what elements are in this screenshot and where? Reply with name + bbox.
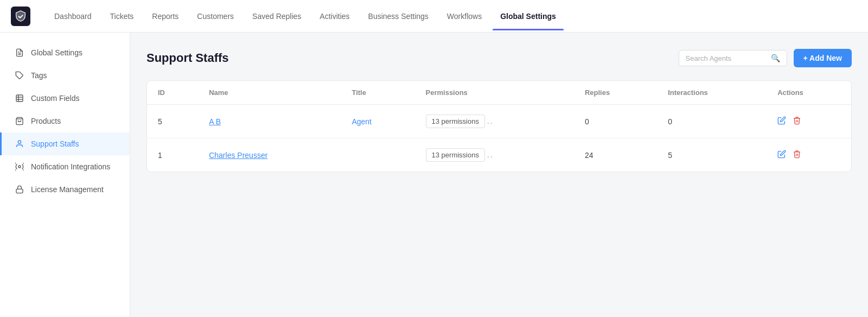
table-header: ID Name Title Permissions Replies Intera… (147, 81, 851, 105)
row2-edit-button[interactable] (777, 150, 786, 161)
nav-global-settings[interactable]: Global Settings (493, 8, 564, 25)
nav-dashboard[interactable]: Dashboard (47, 8, 99, 25)
col-interactions: Interactions (657, 81, 767, 105)
row2-name-link[interactable]: Charles Preusser (209, 151, 267, 160)
main-header: Support Staffs 🔍 + Add New (146, 49, 852, 67)
main-content: Support Staffs 🔍 + Add New ID Name Title… (130, 33, 868, 317)
col-actions: Actions (767, 81, 851, 105)
sidebar-item-tags-label: Tags (31, 71, 47, 80)
row2-replies: 24 (574, 138, 657, 172)
bell-icon (15, 162, 24, 172)
row1-title-value: Agent (352, 117, 372, 126)
sidebar-item-notification-integrations[interactable]: Notification Integrations (0, 155, 130, 178)
nav-customers[interactable]: Customers (189, 8, 241, 25)
col-name: Name (198, 81, 341, 105)
page-title: Support Staffs (146, 51, 229, 65)
sidebar: Global Settings Tags Custom Fields (0, 33, 130, 317)
col-permissions: Permissions (415, 81, 574, 105)
table-row: 1 Charles Preusser 13 permissions .. (147, 138, 851, 172)
table-body: 5 A B Agent 13 permissions .. (147, 105, 851, 172)
sidebar-item-notification-integrations-label: Notification Integrations (31, 162, 110, 171)
sidebar-item-products-label: Products (31, 117, 61, 125)
row2-actions (767, 138, 851, 172)
row1-actions (767, 105, 851, 138)
header-right: 🔍 + Add New (679, 49, 852, 67)
svg-point-8 (18, 141, 21, 143)
table-row: 5 A B Agent 13 permissions .. (147, 105, 851, 138)
row1-permissions-badge[interactable]: 13 permissions (426, 115, 485, 128)
lock-icon (15, 185, 24, 194)
sidebar-item-products[interactable]: Products (0, 110, 130, 132)
svg-rect-3 (16, 95, 23, 102)
person-icon (15, 139, 24, 149)
nav-reports[interactable]: Reports (144, 8, 186, 25)
sidebar-item-license-management-label: License Management (31, 185, 104, 194)
row1-name-link[interactable]: A B (209, 117, 221, 126)
sidebar-item-support-staffs-label: Support Staffs (31, 140, 79, 148)
row2-dots: .. (487, 150, 494, 159)
file-icon (15, 48, 24, 58)
table-icon (15, 93, 24, 103)
row2-actions-cell (777, 150, 840, 161)
sidebar-item-custom-fields[interactable]: Custom Fields (0, 87, 130, 110)
row1-dots: .. (487, 117, 494, 125)
nav-items: Dashboard Tickets Reports Customers Save… (47, 8, 857, 25)
logo-icon (15, 10, 27, 22)
sidebar-item-support-staffs[interactable]: Support Staffs (0, 132, 130, 155)
layout: Global Settings Tags Custom Fields (0, 33, 868, 317)
staff-table-container: ID Name Title Permissions Replies Intera… (146, 80, 852, 172)
top-navigation: Dashboard Tickets Reports Customers Save… (0, 0, 868, 33)
sidebar-item-tags[interactable]: Tags (0, 64, 130, 87)
row2-interactions: 5 (657, 138, 767, 172)
nav-activities[interactable]: Activities (312, 8, 357, 25)
tag-icon (15, 71, 24, 80)
row2-id: 1 (147, 138, 198, 172)
row1-delete-button[interactable] (793, 116, 801, 127)
col-title: Title (341, 81, 414, 105)
add-new-button[interactable]: + Add New (794, 49, 852, 67)
search-input[interactable] (686, 54, 767, 62)
nav-business-settings[interactable]: Business Settings (361, 8, 436, 25)
sidebar-item-global-settings[interactable]: Global Settings (0, 41, 130, 64)
bag-icon (15, 116, 24, 126)
col-replies: Replies (574, 81, 657, 105)
row2-permissions-text: 13 permissions (432, 151, 479, 159)
row2-name: Charles Preusser (198, 138, 341, 172)
search-icon: 🔍 (771, 54, 780, 62)
row2-permissions: 13 permissions .. (415, 138, 574, 172)
row1-id: 5 (147, 105, 198, 138)
row1-actions-cell (777, 116, 840, 127)
row1-name: A B (198, 105, 341, 138)
nav-workflows[interactable]: Workflows (439, 8, 489, 25)
row1-edit-button[interactable] (777, 116, 786, 127)
row1-title: Agent (341, 105, 414, 138)
sidebar-item-custom-fields-label: Custom Fields (31, 94, 79, 103)
row1-permissions-text: 13 permissions (432, 117, 479, 125)
sidebar-item-global-settings-label: Global Settings (31, 48, 82, 57)
row2-permissions-badge[interactable]: 13 permissions (426, 148, 485, 162)
row2-title (341, 138, 414, 172)
row1-replies: 0 (574, 105, 657, 138)
search-box[interactable]: 🔍 (679, 50, 787, 66)
row1-interactions: 0 (657, 105, 767, 138)
nav-saved-replies[interactable]: Saved Replies (245, 8, 309, 25)
svg-point-9 (18, 166, 21, 168)
sidebar-item-license-management[interactable]: License Management (0, 178, 130, 201)
row1-permissions: 13 permissions .. (415, 105, 574, 138)
row2-delete-button[interactable] (793, 150, 801, 161)
svg-rect-10 (16, 189, 23, 193)
app-logo[interactable] (11, 7, 30, 26)
staff-table: ID Name Title Permissions Replies Intera… (147, 81, 851, 172)
col-id: ID (147, 81, 198, 105)
nav-tickets[interactable]: Tickets (103, 8, 142, 25)
